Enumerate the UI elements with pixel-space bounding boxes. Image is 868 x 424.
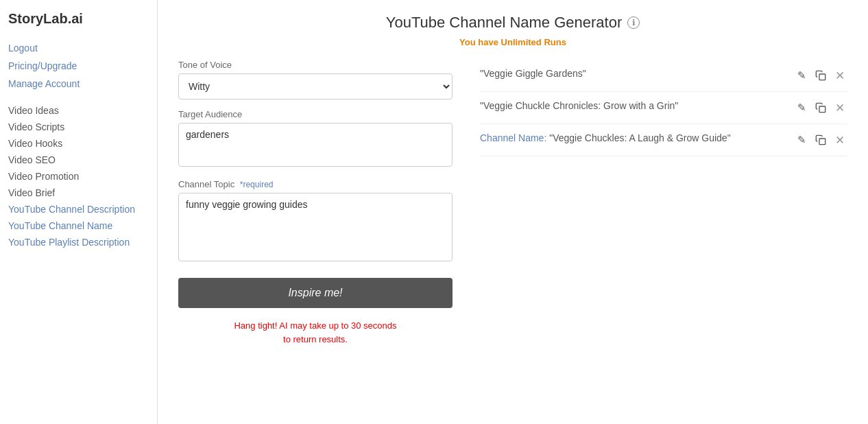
svg-rect-2 <box>819 139 825 145</box>
result-actions-1: ✎ ✕ <box>794 68 847 83</box>
result-item: "Veggie Giggle Gardens" ✎ ✕ <box>480 60 847 92</box>
results-panel: "Veggie Giggle Gardens" ✎ ✕ "Veggie Chuc… <box>480 60 847 346</box>
page-header: YouTube Channel Name Generator ℹ <box>178 14 847 32</box>
tone-field-group: Tone of Voice Witty Professional Casual … <box>178 60 453 99</box>
sidebar-item-video-hooks[interactable]: Video Hooks <box>8 135 149 152</box>
result-actions-2: ✎ ✕ <box>794 100 847 115</box>
copy-icon-3[interactable] <box>813 132 828 148</box>
delete-icon-3[interactable]: ✕ <box>832 132 847 148</box>
audience-label: Target Audience <box>178 109 453 119</box>
copy-icon-1[interactable] <box>813 68 828 83</box>
edit-icon-3[interactable]: ✎ <box>794 132 809 148</box>
content-area: Tone of Voice Witty Professional Casual … <box>178 60 847 346</box>
delete-icon-1[interactable]: ✕ <box>832 68 847 83</box>
sidebar-item-video-ideas[interactable]: Video Ideas <box>8 102 149 119</box>
wait-message: Hang tight! AI may take up to 30 seconds… <box>178 319 453 346</box>
result-text-1: "Veggie Giggle Gardens" <box>480 68 786 79</box>
sidebar-item-yt-channel-name[interactable]: YouTube Channel Name <box>8 217 149 234</box>
audience-field-group: Target Audience gardeners <box>178 109 453 169</box>
result-item: "Veggie Chuckle Chronicles: Grow with a … <box>480 92 847 124</box>
edit-icon-1[interactable]: ✎ <box>794 68 809 83</box>
unlimited-runs-badge: You have Unlimited Runs <box>178 37 847 47</box>
edit-icon-2[interactable]: ✎ <box>794 100 809 115</box>
required-tag: *required <box>240 180 274 189</box>
sidebar: StoryLab.ai Logout Pricing/Upgrade Manag… <box>0 0 158 424</box>
sidebar-item-logout[interactable]: Logout <box>8 39 149 57</box>
svg-rect-1 <box>819 106 825 113</box>
delete-icon-2[interactable]: ✕ <box>832 100 847 115</box>
nav-section: Video Ideas Video Scripts Video Hooks Vi… <box>8 102 149 250</box>
tone-label: Tone of Voice <box>178 60 453 70</box>
result-item: Channel Name: "Veggie Chuckles: A Laugh … <box>480 124 847 156</box>
topic-textarea[interactable]: funny veggie growing guides <box>178 193 453 261</box>
form-panel: Tone of Voice Witty Professional Casual … <box>178 60 453 346</box>
brand-logo: StoryLab.ai <box>8 11 149 27</box>
copy-icon-2[interactable] <box>813 100 828 115</box>
sidebar-item-video-promotion[interactable]: Video Promotion <box>8 168 149 185</box>
sidebar-item-pricing[interactable]: Pricing/Upgrade <box>8 57 149 75</box>
sidebar-item-yt-channel-desc[interactable]: YouTube Channel Description <box>8 201 149 217</box>
sidebar-item-manage-account[interactable]: Manage Account <box>8 75 149 93</box>
info-icon[interactable]: ℹ <box>627 16 640 29</box>
sidebar-item-video-seo[interactable]: Video SEO <box>8 152 149 168</box>
topic-field-group: Channel Topic *required funny veggie gro… <box>178 179 453 264</box>
result-text-3: Channel Name: "Veggie Chuckles: A Laugh … <box>480 132 786 143</box>
sidebar-item-yt-playlist-desc[interactable]: YouTube Playlist Description <box>8 234 149 250</box>
svg-rect-0 <box>819 74 825 80</box>
inspire-button[interactable]: Inspire me! <box>178 278 453 308</box>
page-title: YouTube Channel Name Generator ℹ <box>386 14 640 32</box>
tone-select[interactable]: Witty Professional Casual Funny Inspirat… <box>178 73 453 99</box>
main-content: YouTube Channel Name Generator ℹ You hav… <box>158 0 868 424</box>
result-actions-3: ✎ ✕ <box>794 132 847 148</box>
topic-label: Channel Topic *required <box>178 179 453 189</box>
sidebar-item-video-scripts[interactable]: Video Scripts <box>8 119 149 135</box>
audience-textarea[interactable]: gardeners <box>178 123 453 167</box>
result-text-2: "Veggie Chuckle Chronicles: Grow with a … <box>480 100 786 111</box>
sidebar-item-video-brief[interactable]: Video Brief <box>8 185 149 201</box>
